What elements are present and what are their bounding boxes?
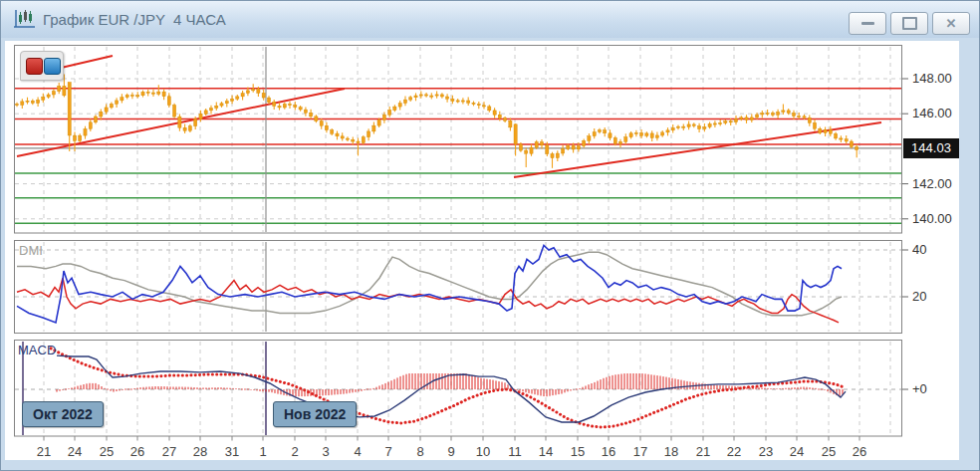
time-axis-day-label: 24	[784, 444, 810, 459]
chart-window: График EUR /JPY 4 ЧАСА ✕ DMI MACD 148.00…	[0, 0, 980, 471]
macd-panel-label: MACD	[18, 343, 56, 357]
time-axis-day-label: 26	[124, 444, 150, 459]
time-axis-day-label: 18	[658, 444, 684, 459]
dmi-level-40-label: 40	[912, 242, 926, 257]
month-label: Окт 2022	[22, 401, 104, 427]
price-tick-label: 146.00	[912, 106, 952, 120]
price-tick-label: 140.00	[912, 211, 952, 226]
dmi-panel-label: DMI	[19, 243, 43, 258]
time-axis-day-label: 3	[313, 444, 339, 459]
time-axis-day-label: 2	[282, 444, 308, 459]
month-label: Нов 2022	[273, 401, 357, 427]
time-axis-day-label: 1	[250, 444, 276, 459]
time-axis-day-label: 31	[219, 444, 245, 459]
time-axis-day-label: 16	[596, 444, 621, 459]
time-axis-day-label: 28	[187, 444, 213, 459]
time-axis-day-label: 25	[816, 444, 842, 459]
time-axis-day-label: 21	[690, 444, 716, 459]
price-tick-label: 142.00	[912, 176, 952, 191]
time-axis-day-label: 14	[533, 444, 559, 459]
time-axis-day-label: 25	[94, 444, 120, 459]
time-axis-day-label: 4	[345, 444, 370, 459]
time-axis-day-label: 7	[375, 444, 401, 459]
dmi-level-20-label: 20	[912, 289, 926, 304]
time-axis-day-label: 15	[565, 444, 591, 459]
chart-svg[interactable]	[1, 1, 980, 471]
blue-marker-button[interactable]	[44, 58, 61, 75]
time-axis-day-label: 27	[156, 444, 182, 459]
time-axis-day-label: 9	[438, 444, 464, 459]
time-axis-day-label: 10	[470, 444, 496, 459]
red-marker-button[interactable]	[26, 58, 43, 75]
price-tick-label: 148.00	[912, 71, 952, 86]
time-axis-day-label: 26	[847, 444, 872, 459]
time-axis-day-label: 8	[407, 444, 433, 459]
time-axis-day-label: 11	[502, 444, 528, 459]
time-axis-day-label: 17	[627, 444, 653, 459]
drawing-toolbar	[20, 51, 64, 81]
time-axis-day-label: 21	[31, 444, 57, 459]
time-axis-day-label: 24	[62, 444, 88, 459]
time-axis-day-label: 23	[753, 444, 779, 459]
current-price-label: 144.03	[903, 138, 959, 158]
time-axis-day-label: 22	[721, 444, 747, 459]
macd-zero-label: +0	[912, 381, 927, 396]
